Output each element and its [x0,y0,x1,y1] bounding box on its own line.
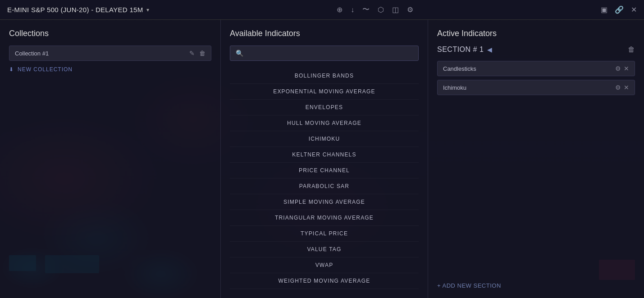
indicator-item[interactable]: KELTNER CHANNELS [230,147,419,163]
download-icon[interactable]: ↓ [351,6,354,14]
edit-collection-icon[interactable]: ✎ [189,50,195,57]
layers-icon[interactable]: ⬡ [378,5,384,14]
search-box: 🔍 [230,46,419,61]
indicator-item[interactable]: PARABOLIC SAR [230,179,419,194]
section-title-row: SECTION # 1 ◀ [437,46,492,54]
active-indicator-action-icons: ⚙✕ [615,84,629,91]
active-indicator-name: Ichimoku [443,84,466,91]
settings-gear-icon[interactable]: ⚙ [407,5,413,14]
indicator-list: BOLLINGER BANDSEXPONENTIAL MOVING AVERAG… [230,68,419,289]
close-window-icon[interactable]: ✕ [631,5,637,14]
grid-icon[interactable]: ▣ [601,5,607,14]
active-indicator-settings-icon[interactable]: ⚙ [615,84,621,91]
section-arrow-icon[interactable]: ◀ [487,46,492,53]
panel-collections: Collections Collection #1 ✎ 🗑 ⬇ NEW COLL… [0,20,221,298]
crosshair-icon[interactable]: ⊕ [337,5,343,14]
panel-available-indicators: Available Indicators 🔍 BOLLINGER BANDSEX… [221,20,428,298]
title-icons: ⊕ ↓ 〜 ⬡ ◫ ⚙ [337,5,413,14]
panel-active-indicators: Active Indicators SECTION # 1 ◀ 🗑 Candle… [428,20,644,298]
indicator-item[interactable]: SIMPLE MOVING AVERAGE [230,194,419,210]
active-indicator-item: Ichimoku⚙✕ [437,80,635,95]
active-indicator-close-icon[interactable]: ✕ [624,84,629,91]
section-title: SECTION # 1 [437,46,484,54]
title-left: E-MINI S&P 500 (JUN-20) - DELAYED 15M ▾ [7,6,149,14]
new-collection-icon: ⬇ [9,66,14,73]
active-indicator-settings-icon[interactable]: ⚙ [615,65,621,72]
chart-line-icon[interactable]: 〜 [362,5,370,14]
link-icon[interactable]: 🔗 [615,5,624,14]
delete-collection-icon[interactable]: 🗑 [199,50,206,57]
indicator-item[interactable]: WEIGHTED MOVING AVERAGE [230,273,419,289]
title-bar: E-MINI S&P 500 (JUN-20) - DELAYED 15M ▾ … [0,0,644,20]
indicator-item[interactable]: VALUE TAG [230,242,419,257]
title-dropdown-icon[interactable]: ▾ [146,7,149,13]
search-input[interactable] [247,50,413,57]
active-indicator-items: Candlesticks⚙✕Ichimoku⚙✕ [437,61,635,99]
indicator-item[interactable]: ENVELOPES [230,100,419,115]
indicator-item[interactable]: TRIANGULAR MOVING AVERAGE [230,210,419,226]
active-indicator-close-icon[interactable]: ✕ [624,65,629,72]
active-indicator-item: Candlesticks⚙✕ [437,61,635,76]
collection-item: Collection #1 ✎ 🗑 [9,46,211,61]
available-indicators-title: Available Indicators [230,29,419,38]
add-new-section-button[interactable]: + ADD NEW SECTION [437,282,635,289]
collection-icons: ✎ 🗑 [189,50,206,57]
search-icon: 🔍 [236,50,243,57]
indicator-item[interactable]: HULL MOVING AVERAGE [230,115,419,131]
active-indicators-title: Active Indicators [437,29,635,38]
collection-name: Collection #1 [15,50,49,57]
active-indicator-action-icons: ⚙✕ [615,65,629,72]
indicator-item[interactable]: EXPONENTIAL MOVING AVERAGE [230,84,419,100]
new-collection-button[interactable]: ⬇ NEW COLLECTION [9,66,211,73]
main-layout: E-MINI S&P 500 (JUN-20) - DELAYED 15M ▾ … [0,0,644,298]
indicator-item[interactable]: TYPICAL PRICE [230,226,419,242]
panels-container: Collections Collection #1 ✎ 🗑 ⬇ NEW COLL… [0,20,644,298]
indicator-item[interactable]: PRICE CHANNEL [230,163,419,179]
indicator-item[interactable]: VWAP [230,257,419,273]
indicator-item[interactable]: BOLLINGER BANDS [230,68,419,84]
title-actions: ▣ 🔗 ✕ [601,5,637,14]
chart-title: E-MINI S&P 500 (JUN-20) - DELAYED 15M [7,6,143,14]
calendar-icon[interactable]: ◫ [392,5,399,14]
active-header: SECTION # 1 ◀ 🗑 [437,46,635,54]
new-collection-label: NEW COLLECTION [18,66,73,73]
delete-section-icon[interactable]: 🗑 [628,46,635,54]
indicator-item[interactable]: ICHIMOKU [230,131,419,147]
active-indicator-name: Candlesticks [443,65,476,72]
collections-title: Collections [9,29,211,38]
